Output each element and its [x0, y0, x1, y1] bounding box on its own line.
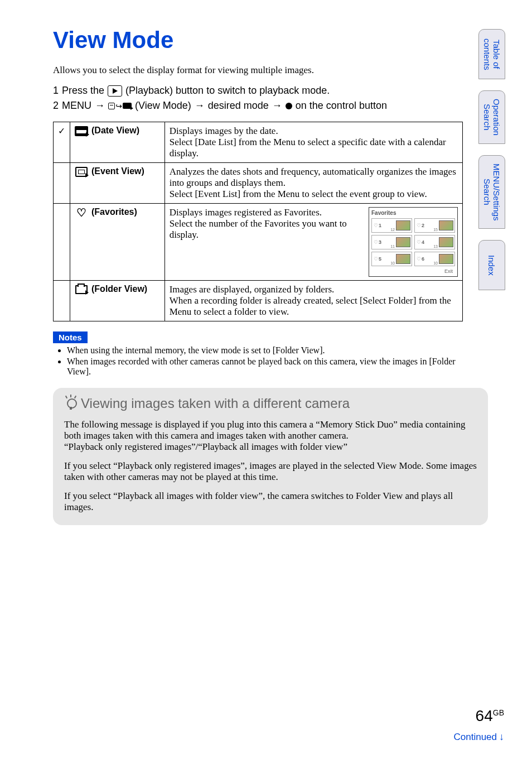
- favorites-cell: ♡215: [414, 218, 455, 233]
- step-1-text-b: (Playback) button to switch to playback …: [125, 85, 330, 97]
- tip-p1: The following message is displayed if yo…: [64, 419, 477, 441]
- favorites-preview-title: Favorites: [371, 210, 455, 216]
- table-row: ♡ (Favorites) Favorites ♡112 ♡215 ♡311 ♡…: [54, 204, 463, 281]
- fav-cell-count: 15: [433, 228, 438, 232]
- thumbnail: [439, 237, 453, 247]
- arrow-down-icon: ↓: [499, 731, 504, 743]
- fav-cell-count: 10: [390, 261, 395, 265]
- fav-cell-count: 11: [390, 244, 395, 248]
- step-number: 1: [53, 85, 59, 97]
- fav-cell-count: 10: [433, 261, 438, 265]
- center-button-icon: [286, 103, 292, 109]
- mode-desc-cell: Images are displayed, organized by folde…: [165, 281, 462, 321]
- fav-cell-num: 3: [379, 239, 381, 245]
- heart-icon: ♡: [417, 256, 421, 262]
- mode-desc-cell: Analyzes the dates shots and frequency, …: [165, 163, 462, 204]
- tip-p2: If you select “Playback only registered …: [64, 460, 477, 483]
- arrow-right-icon: →: [195, 100, 205, 112]
- tip-p1b: “Playback only registered images”/“Playb…: [64, 441, 477, 453]
- heart-icon: ♡: [417, 223, 421, 228]
- mode-desc-cell: Favorites ♡112 ♡215 ♡311 ♡413 ♡510 ♡610 …: [165, 204, 462, 281]
- tip-body: The following message is displayed if yo…: [64, 419, 477, 513]
- step-1-text-a: Press the: [62, 85, 104, 97]
- step-2-desired: desired mode: [208, 100, 269, 112]
- heart-icon: ♡: [374, 239, 378, 245]
- thumbnail: [439, 254, 453, 264]
- default-check-cell: [54, 281, 70, 321]
- favorites-cell: ♡413: [414, 235, 455, 249]
- mode-label-cell: ♡ (Favorites): [70, 204, 165, 281]
- tab-operation-search[interactable]: Operation Search: [478, 90, 506, 144]
- list-item: When using the internal memory, the view…: [67, 345, 463, 355]
- playback-icon: [108, 85, 122, 97]
- table-row: ✓ (Date View) Displays images by the dat…: [54, 122, 463, 163]
- step-1: 1 Press the (Playback) button to switch …: [53, 85, 532, 97]
- favorites-preview: Favorites ♡112 ♡215 ♡311 ♡413 ♡510 ♡610 …: [369, 207, 458, 277]
- fav-cell-num: 1: [379, 223, 381, 228]
- favorites-cell: ♡610: [414, 252, 455, 266]
- step-number: 2: [53, 100, 59, 112]
- thumbnail: [439, 220, 453, 230]
- step-2-menu: MENU: [62, 100, 91, 112]
- view-mode-table: ✓ (Date View) Displays images by the dat…: [53, 122, 463, 321]
- arrow-right-icon: →: [95, 100, 105, 112]
- mode-desc-cell: Displays images by the date. Select [Dat…: [165, 122, 462, 163]
- thumbnail: [396, 220, 410, 230]
- list-item: When images recorded with other cameras …: [67, 357, 463, 377]
- intro-text: Allows you to select the display format …: [53, 65, 532, 76]
- favorites-cell: ♡510: [371, 252, 412, 266]
- mode-label-cell: (Date View): [70, 122, 165, 163]
- mode-label: (Event View): [91, 166, 144, 176]
- fav-cell-num: 4: [422, 239, 424, 245]
- notes-list: When using the internal memory, the view…: [61, 345, 463, 377]
- fav-cell-count: 12: [390, 228, 395, 232]
- page-number: 64GB: [476, 707, 504, 725]
- favorites-cell: ♡311: [371, 235, 412, 249]
- folder-view-icon: [75, 284, 88, 295]
- arrow-right-icon: →: [272, 100, 282, 112]
- lightbulb-icon: [64, 397, 78, 410]
- tip-p3: If you select “Playback all images with …: [64, 491, 477, 513]
- tip-heading: Viewing images taken with a different ca…: [64, 396, 477, 411]
- check-icon: ✓: [58, 126, 65, 136]
- side-nav-tabs: Table of contents Operation Search MENU/…: [478, 29, 506, 290]
- favorites-exit: Exit: [371, 268, 455, 274]
- tip-heading-text: Viewing images taken with a different ca…: [81, 396, 350, 411]
- thumbnail: [396, 254, 410, 264]
- fav-cell-num: 2: [422, 223, 424, 228]
- tab-index[interactable]: Index: [478, 240, 506, 290]
- heart-icon: ♡: [374, 256, 378, 262]
- heart-icon: ♡: [374, 223, 378, 228]
- table-row: (Event View) Analyzes the dates shots an…: [54, 163, 463, 204]
- fav-cell-num: 6: [422, 256, 424, 262]
- continued-link[interactable]: Continued ↓: [453, 731, 504, 743]
- mode-label-cell: (Event View): [70, 163, 165, 204]
- favorites-cell: ♡112: [371, 218, 412, 233]
- view-mode-icon: ↩: [108, 102, 132, 110]
- continued-text: Continued: [453, 732, 497, 743]
- fav-cell-count: 13: [433, 244, 438, 248]
- notes-badge: Notes: [53, 331, 88, 343]
- tab-table-of-contents[interactable]: Table of contents: [478, 29, 506, 79]
- mode-label: (Date View): [91, 126, 139, 136]
- step-2-control: on the control button: [296, 100, 387, 112]
- tip-box: Viewing images taken with a different ca…: [53, 388, 488, 525]
- thumbnail: [396, 237, 410, 247]
- table-row: (Folder View) Images are displayed, orga…: [54, 281, 463, 321]
- mode-label-cell: (Folder View): [70, 281, 165, 321]
- date-view-icon: [75, 126, 88, 137]
- favorites-icon: ♡: [75, 207, 88, 218]
- tab-menu-settings-search[interactable]: MENU/Settings Search: [478, 155, 506, 229]
- page-title: View Mode: [53, 27, 532, 54]
- step-2: 2 MENU → ↩ (View Mode) → desired mode → …: [53, 100, 532, 112]
- page-number-suffix: GB: [493, 708, 504, 717]
- default-check-cell: [54, 204, 70, 281]
- steps: 1 Press the (Playback) button to switch …: [53, 85, 532, 112]
- default-check-cell: ✓: [54, 122, 70, 163]
- mode-label: (Favorites): [91, 207, 137, 217]
- mode-label: (Folder View): [91, 284, 147, 294]
- step-2-viewmode: (View Mode): [135, 100, 191, 112]
- default-check-cell: [54, 163, 70, 204]
- event-view-icon: [75, 166, 88, 177]
- page-number-value: 64: [476, 707, 493, 724]
